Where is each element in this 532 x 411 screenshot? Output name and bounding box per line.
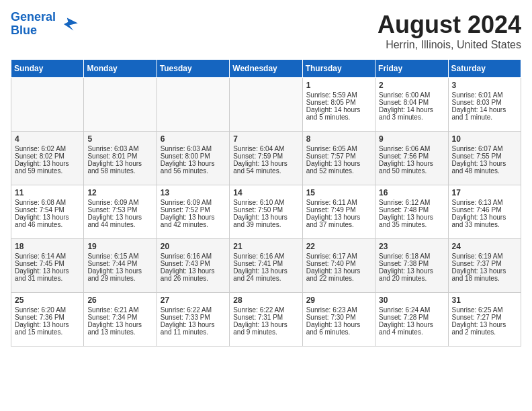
day-number: 27 [161,295,226,305]
calendar-cell: 9Sunrise: 6:06 AMSunset: 7:56 PMDaylight… [375,132,448,185]
day-info-line: Daylight: 13 hours [379,267,444,275]
calendar-cell: 31Sunrise: 6:25 AMSunset: 7:27 PMDayligh… [448,293,521,347]
day-info-line: Sunset: 7:46 PM [452,206,517,214]
day-info-line: and 50 minutes. [379,167,444,175]
calendar-cell: 10Sunrise: 6:07 AMSunset: 7:55 PMDayligh… [448,132,521,185]
day-info-line: and 4 minutes. [379,328,444,336]
header-friday: Friday [375,60,448,78]
day-number: 31 [452,295,517,305]
header-row: SundayMondayTuesdayWednesdayThursdayFrid… [11,60,521,78]
day-info-line: Sunrise: 6:10 AM [233,199,298,206]
day-info-line: and 44 minutes. [87,221,152,228]
day-info-line: Sunset: 8:04 PM [379,99,444,106]
day-info-line: Sunset: 7:45 PM [15,260,80,267]
day-info-line: Sunrise: 6:00 AM [379,91,444,99]
day-info-line: and 54 minutes. [233,167,298,175]
day-info-line: Daylight: 13 hours [87,267,152,275]
day-info-line: and 6 minutes. [306,328,371,336]
day-info-line: Daylight: 13 hours [87,321,152,328]
logo-line1: General [11,10,56,24]
day-info-line: Sunrise: 6:14 AM [15,253,80,260]
header-saturday: Saturday [448,60,521,78]
day-info-line: Sunset: 7:52 PM [161,206,226,214]
day-info-line: Sunrise: 6:25 AM [452,306,517,314]
day-info-line: Daylight: 13 hours [233,160,298,167]
day-number: 30 [379,295,444,305]
day-info-line: Daylight: 14 hours [306,106,371,113]
day-number: 6 [161,134,226,144]
day-number: 19 [87,242,152,251]
day-info-line: Sunset: 7:37 PM [452,260,517,267]
day-info-line: Sunrise: 6:11 AM [306,199,371,206]
day-info-line: Daylight: 13 hours [306,214,371,221]
day-info-line: and 9 minutes. [233,328,298,336]
header-monday: Monday [84,60,157,78]
day-info-line: Sunrise: 6:20 AM [15,306,80,314]
day-info-line: and 3 minutes. [379,113,444,121]
day-info-line: Daylight: 13 hours [452,160,517,167]
day-info-line: Sunset: 7:31 PM [233,314,298,321]
day-number: 10 [452,134,517,144]
calendar-cell: 30Sunrise: 6:24 AMSunset: 7:28 PMDayligh… [375,293,448,347]
week-row-1: 4Sunrise: 6:02 AMSunset: 8:02 PMDaylight… [11,132,521,185]
day-number: 12 [87,188,152,197]
day-info-line: Sunrise: 6:24 AM [379,306,444,314]
day-number: 4 [15,134,80,144]
day-info-line: and 42 minutes. [161,221,226,228]
day-info-line: Sunset: 7:36 PM [15,314,80,321]
title-block: August 2024 Herrin, Illinois, United Sta… [378,11,521,51]
day-number: 2 [379,81,444,90]
day-info-line: Daylight: 13 hours [15,321,80,328]
day-number: 8 [306,134,371,144]
day-info-line: Sunset: 7:44 PM [87,260,152,267]
day-info-line: Sunrise: 6:01 AM [452,91,517,99]
month-year-title: August 2024 [378,11,521,39]
day-info-line: Daylight: 13 hours [161,321,226,328]
day-info-line: Sunset: 7:59 PM [233,152,298,160]
day-number: 20 [161,242,226,251]
day-info-line: Sunrise: 6:12 AM [379,199,444,206]
day-info-line: Sunset: 8:01 PM [87,152,152,160]
day-info-line: and 48 minutes. [452,167,517,175]
day-number: 15 [306,188,371,197]
day-info-line: and 59 minutes. [15,167,80,175]
week-row-3: 18Sunrise: 6:14 AMSunset: 7:45 PMDayligh… [11,239,521,293]
day-number: 13 [161,188,226,197]
day-info-line: Daylight: 13 hours [452,267,517,275]
calendar-cell: 29Sunrise: 6:23 AMSunset: 7:30 PMDayligh… [302,293,375,347]
week-row-0: 1Sunrise: 5:59 AMSunset: 8:05 PMDaylight… [11,78,521,132]
calendar-cell: 12Sunrise: 6:09 AMSunset: 7:53 PMDayligh… [84,185,157,239]
logo: General Blue [11,11,80,38]
day-info-line: and 31 minutes. [15,275,80,282]
day-info-line: Sunrise: 6:19 AM [452,253,517,260]
calendar-cell: 28Sunrise: 6:22 AMSunset: 7:31 PMDayligh… [230,293,302,347]
day-info-line: Sunset: 8:03 PM [452,99,517,106]
day-info-line: and 29 minutes. [87,275,152,282]
day-info-line: and 24 minutes. [233,275,298,282]
day-info-line: Sunset: 8:05 PM [306,99,371,106]
day-info-line: Sunset: 8:00 PM [161,152,226,160]
day-info-line: Sunrise: 6:17 AM [306,253,371,260]
day-info-line: Daylight: 14 hours [452,106,517,113]
day-number: 9 [379,134,444,144]
day-info-line: Sunrise: 6:08 AM [15,199,80,206]
day-number: 11 [15,188,80,197]
day-info-line: and 33 minutes. [452,221,517,228]
day-info-line: Sunrise: 6:07 AM [452,145,517,152]
calendar-cell: 13Sunrise: 6:09 AMSunset: 7:52 PMDayligh… [157,185,229,239]
day-info-line: Daylight: 13 hours [379,321,444,328]
day-number: 18 [15,242,80,251]
calendar-cell: 5Sunrise: 6:03 AMSunset: 8:01 PMDaylight… [84,132,157,185]
day-info-line: Sunrise: 6:04 AM [233,145,298,152]
location-subtitle: Herrin, Illinois, United States [378,39,521,51]
calendar-cell: 3Sunrise: 6:01 AMSunset: 8:03 PMDaylight… [448,78,521,132]
day-number: 25 [15,295,80,305]
day-info-line: Sunset: 7:30 PM [306,314,371,321]
day-info-line: Daylight: 13 hours [87,214,152,221]
day-info-line: Sunrise: 6:23 AM [306,306,371,314]
calendar-cell: 23Sunrise: 6:18 AMSunset: 7:38 PMDayligh… [375,239,448,293]
day-info-line: Sunrise: 6:22 AM [161,306,226,314]
day-info-line: Sunset: 7:33 PM [161,314,226,321]
day-info-line: Sunrise: 6:09 AM [87,199,152,206]
day-info-line: Daylight: 13 hours [379,214,444,221]
